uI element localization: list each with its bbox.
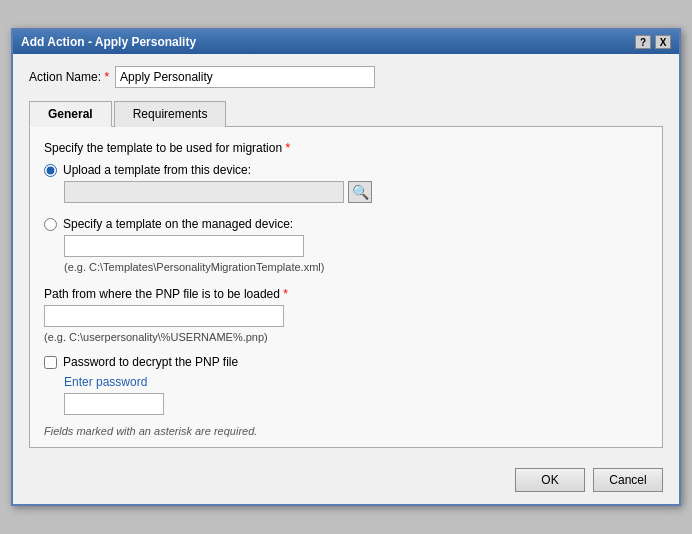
fields-note: Fields marked with an asterisk are requi… bbox=[44, 425, 648, 437]
tab-content-general: Specify the template to be used for migr… bbox=[29, 127, 663, 448]
action-name-input[interactable] bbox=[115, 66, 375, 88]
help-button[interactable]: ? bbox=[635, 35, 651, 49]
upload-radio[interactable] bbox=[44, 164, 57, 177]
section-required: * bbox=[285, 141, 290, 155]
section-label: Specify the template to be used for migr… bbox=[44, 141, 648, 155]
upload-input[interactable] bbox=[64, 181, 344, 203]
password-label: Enter password bbox=[64, 375, 648, 389]
managed-hint: (e.g. C:\Templates\PersonalityMigrationT… bbox=[64, 261, 648, 273]
title-bar: Add Action - Apply Personality ? X bbox=[13, 30, 679, 54]
path-input[interactable] bbox=[44, 305, 284, 327]
tab-general[interactable]: General bbox=[29, 101, 112, 127]
password-checkbox[interactable] bbox=[44, 356, 57, 369]
managed-input[interactable] bbox=[64, 235, 304, 257]
upload-radio-label: Upload a template from this device: bbox=[63, 163, 251, 177]
dialog-footer: OK Cancel bbox=[13, 460, 679, 504]
path-section: Path from where the PNP file is to be lo… bbox=[44, 287, 648, 343]
path-hint: (e.g. C:\userpersonality\%USERNAME%.pnp) bbox=[44, 331, 648, 343]
browse-button[interactable]: 🔍 bbox=[348, 181, 372, 203]
close-button[interactable]: X bbox=[655, 35, 671, 49]
cancel-button[interactable]: Cancel bbox=[593, 468, 663, 492]
dialog-title: Add Action - Apply Personality bbox=[21, 35, 196, 49]
title-bar-controls: ? X bbox=[635, 35, 671, 49]
tabs: General Requirements bbox=[29, 100, 663, 127]
required-marker: * bbox=[104, 70, 109, 84]
action-name-label: Action Name: * bbox=[29, 70, 109, 84]
managed-radio[interactable] bbox=[44, 218, 57, 231]
password-input[interactable] bbox=[64, 393, 164, 415]
action-name-row: Action Name: * bbox=[29, 66, 663, 88]
managed-radio-row: Specify a template on the managed device… bbox=[44, 217, 648, 231]
managed-radio-label: Specify a template on the managed device… bbox=[63, 217, 293, 231]
browse-icon: 🔍 bbox=[352, 184, 369, 200]
tab-requirements[interactable]: Requirements bbox=[114, 101, 227, 127]
dialog: Add Action - Apply Personality ? X Actio… bbox=[11, 28, 681, 506]
upload-input-row: 🔍 bbox=[64, 181, 648, 203]
password-checkbox-label: Password to decrypt the PNP file bbox=[63, 355, 238, 369]
password-checkbox-row: Password to decrypt the PNP file bbox=[44, 355, 648, 369]
ok-button[interactable]: OK bbox=[515, 468, 585, 492]
upload-radio-row: Upload a template from this device: bbox=[44, 163, 648, 177]
path-label: Path from where the PNP file is to be lo… bbox=[44, 287, 648, 301]
dialog-body: Action Name: * General Requirements Spec… bbox=[13, 54, 679, 460]
path-required: * bbox=[283, 287, 288, 301]
